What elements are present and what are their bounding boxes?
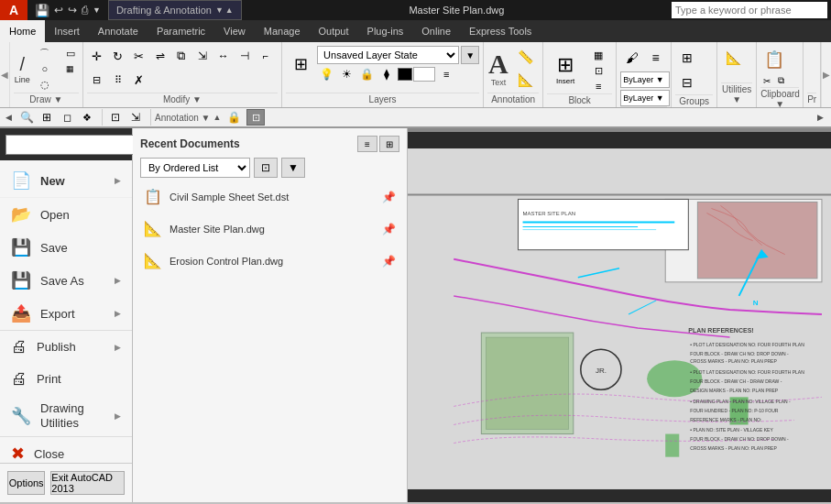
options-btn[interactable]: Options <box>7 471 45 495</box>
menu-item-drawing-utilities[interactable]: 🔧 Drawing Utilities ▶ <box>0 395 132 436</box>
menu-item-close[interactable]: ✖ Close <box>0 436 132 463</box>
layer-icon-1[interactable]: 💡 <box>317 66 335 82</box>
layer-icon-3[interactable]: 🔒 <box>357 66 376 82</box>
menu-search-input[interactable] <box>5 135 145 155</box>
tab-annotate[interactable]: Annotate <box>89 20 148 42</box>
tab-manage[interactable]: Manage <box>255 20 310 42</box>
color-input[interactable]: 0 <box>413 67 435 82</box>
move-btn[interactable]: ✛ <box>87 46 107 66</box>
fillet-btn[interactable]: ⌐ <box>256 46 276 66</box>
arc-btn[interactable]: ◌ <box>33 77 57 92</box>
copy-btn[interactable]: ⧉ <box>171 46 191 66</box>
row2-btn-2[interactable]: ⊞ <box>38 109 56 126</box>
cut-btn[interactable]: ✂ <box>760 74 773 87</box>
redo-btn[interactable]: ↪ <box>66 4 79 16</box>
copy2-btn[interactable]: ⧉ <box>774 74 787 87</box>
row2-btn-4[interactable]: ❖ <box>78 109 96 126</box>
row2-style-btn[interactable]: ⊡ <box>106 109 125 126</box>
menu-item-save-as[interactable]: 💾 Save As ▶ <box>0 264 132 297</box>
svg-text:JR.: JR. <box>596 367 607 375</box>
layer-properties-btn[interactable]: ⊞ <box>286 49 315 79</box>
polyline-btn[interactable]: ⌒ <box>33 46 57 60</box>
annotation-expand-icon[interactable]: ▲ <box>213 113 222 122</box>
match-prop-btn[interactable]: 🖌 <box>620 46 643 70</box>
block-btn-1[interactable]: ▦ <box>585 48 611 62</box>
annotation-btn-1[interactable]: 📏 <box>511 46 541 68</box>
print-preview-btn[interactable]: ⎙ <box>80 4 90 16</box>
rectangle-btn[interactable]: ▭ <box>59 46 82 60</box>
row2-btn-1[interactable]: 🔍 <box>17 109 36 126</box>
layer-icon-2[interactable]: ☀ <box>337 66 355 82</box>
sort-icon-btn[interactable]: ⊡ <box>254 158 278 178</box>
text-large-btn[interactable]: A Text <box>487 46 509 92</box>
qa-dropdown-btn[interactable]: ▼ <box>91 5 103 15</box>
doc-item-2[interactable]: 📐 Master Site Plan.dwg 📌 <box>140 215 399 242</box>
row2-lock-btn[interactable]: 🔒 <box>224 109 243 126</box>
save-quick-btn[interactable]: 💾 <box>33 4 51 17</box>
line-btn[interactable]: / Line <box>14 46 31 92</box>
color-dropdown[interactable]: ByLayer ▼ <box>620 90 670 106</box>
doc-item-3[interactable]: 📐 Erosion Control Plan.dwg 📌 <box>140 247 399 274</box>
sort-icon-btn2[interactable]: ▼ <box>281 158 305 178</box>
stretch-btn[interactable]: ↔ <box>213 46 234 66</box>
layer-dropdown-expand[interactable]: ▼ <box>461 46 479 64</box>
exit-autocad-btn[interactable]: Exit AutoCAD 2013 <box>50 471 125 495</box>
doc-pin-2[interactable]: 📌 <box>382 223 396 236</box>
circle-btn[interactable]: ○ <box>33 61 57 76</box>
tab-plugins[interactable]: Plug-ins <box>358 20 413 42</box>
menu-item-print[interactable]: 🖨 Print <box>0 363 132 395</box>
rotate-btn[interactable]: ↻ <box>108 46 128 66</box>
measure-btn[interactable]: 📐 <box>721 46 745 70</box>
doc-pin-3[interactable]: 📌 <box>382 255 396 268</box>
color-swatch[interactable] <box>398 68 412 81</box>
group-btn[interactable]: ⊞ <box>675 46 699 70</box>
ribbon-expand-left[interactable]: ◀ <box>0 42 10 107</box>
menu-item-save[interactable]: 💾 Save <box>0 231 132 264</box>
view-icon-tiles[interactable]: ⊞ <box>379 136 399 152</box>
layer-icon-4[interactable]: ⧫ <box>377 66 396 82</box>
list-btn[interactable]: ≡ <box>644 46 667 70</box>
menu-item-open[interactable]: 📂 Open <box>0 198 132 231</box>
sort-dropdown[interactable]: By Ordered List <box>140 158 250 178</box>
tab-output[interactable]: Output <box>310 20 358 42</box>
menu-item-export[interactable]: 📤 Export ▶ <box>0 297 132 330</box>
mirror-btn[interactable]: ⇌ <box>150 46 170 66</box>
tab-view[interactable]: View <box>214 20 255 42</box>
insert-block-btn[interactable]: ⊞ Insert <box>547 46 584 92</box>
ribbon-row2-expand[interactable]: ◀ <box>4 113 14 122</box>
ungroup-btn[interactable]: ⊟ <box>675 71 699 94</box>
trim-btn[interactable]: ✂ <box>129 46 149 66</box>
tab-insert[interactable]: Insert <box>45 20 89 42</box>
layer-dropdown[interactable]: Unsaved Layer State <box>317 46 459 64</box>
search-input[interactable] <box>672 2 827 18</box>
row2-btn-3[interactable]: ◻ <box>58 109 76 126</box>
menu-item-publish[interactable]: 🖨 Publish ▶ <box>0 330 132 363</box>
hatch-btn[interactable]: ▦ <box>59 61 82 76</box>
view-icon-list[interactable]: ≡ <box>357 136 377 152</box>
extend-btn[interactable]: ⊣ <box>235 46 255 66</box>
tab-home[interactable]: Home <box>0 20 45 42</box>
ribbon-expand-right[interactable]: ▶ <box>821 42 831 107</box>
doc-pin-1[interactable]: 📌 <box>382 191 396 203</box>
tab-express-tools[interactable]: Express Tools <box>460 20 541 42</box>
tab-parametric[interactable]: Parametric <box>148 20 214 42</box>
undo-btn[interactable]: ↩ <box>52 4 65 16</box>
erase-btn[interactable]: ✗ <box>129 70 149 90</box>
row2-scale-btn[interactable]: ⇲ <box>126 109 145 126</box>
scale-btn[interactable]: ⇲ <box>192 46 213 66</box>
doc-item-1[interactable]: 📋 Civil Sample Sheet Set.dst 📌 <box>140 183 399 210</box>
row2-expand-right[interactable]: ▶ <box>814 113 827 122</box>
array-btn[interactable]: ⠿ <box>108 70 128 90</box>
workspace-selector[interactable]: Drafting & Annotation ▼ ▲ <box>108 0 242 20</box>
offset-btn[interactable]: ⊟ <box>87 70 107 90</box>
text-letter-icon: A <box>488 50 508 78</box>
tab-online[interactable]: Online <box>412 20 460 42</box>
block-btn-2[interactable]: ⊡ <box>585 63 611 78</box>
annotation-btn-2[interactable]: 📐 <box>511 69 541 91</box>
block-btn-3[interactable]: ≡ <box>585 79 611 93</box>
row2-workspace-btn[interactable]: ⊡ <box>246 109 265 126</box>
paste-btn[interactable]: 📋 <box>760 46 788 73</box>
prop-dropdown[interactable]: ByLayer ▼ <box>620 71 670 88</box>
menu-item-new[interactable]: 📄 New ▶ <box>0 164 132 198</box>
layer-icon-5[interactable]: ≡ <box>437 66 455 82</box>
